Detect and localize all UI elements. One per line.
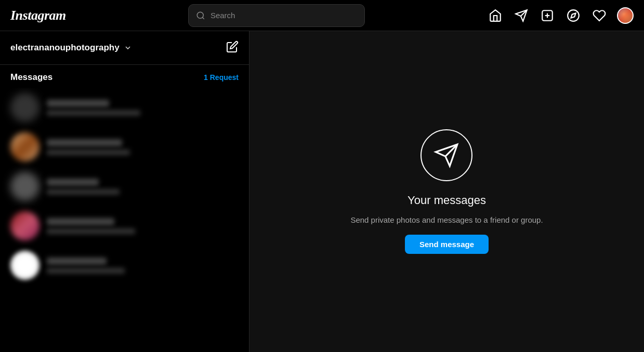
create-icon[interactable] [539, 7, 556, 24]
message-preview [47, 228, 135, 234]
message-text-block [47, 258, 239, 274]
empty-state-title: Your messages [408, 194, 486, 207]
explore-icon[interactable] [565, 7, 582, 24]
empty-state-subtitle: Send private photos and messages to a fr… [350, 215, 543, 224]
empty-state: Your messages Send private photos and me… [350, 129, 543, 254]
message-request-link[interactable]: 1 Request [204, 73, 239, 82]
message-text-block [47, 179, 239, 195]
notifications-icon[interactable] [591, 7, 608, 24]
message-preview [47, 189, 120, 195]
svg-marker-8 [571, 13, 575, 18]
list-item[interactable] [0, 246, 249, 285]
message-text-block [47, 218, 239, 234]
list-item[interactable] [0, 127, 249, 167]
list-item[interactable] [0, 206, 249, 246]
avatar [10, 93, 40, 122]
message-name [47, 218, 114, 225]
chevron-down-icon [124, 44, 132, 52]
sidebar-header: electrananouphotography [0, 31, 249, 65]
messages-label: Messages [10, 72, 52, 83]
main-content: electrananouphotography Messages 1 Reque… [0, 31, 644, 352]
message-name [47, 139, 122, 146]
avatar [10, 172, 40, 201]
direct-icon[interactable] [513, 7, 530, 24]
username-label: electrananouphotography [10, 43, 120, 53]
svg-point-0 [197, 12, 203, 18]
send-message-icon [420, 129, 472, 181]
message-text-block [47, 139, 239, 155]
message-preview [47, 110, 140, 116]
search-icon [196, 11, 205, 20]
instagram-logo: Instagram [10, 8, 66, 23]
home-icon[interactable] [487, 7, 504, 24]
message-preview [47, 150, 130, 155]
search-bar[interactable] [188, 4, 365, 27]
message-list [0, 88, 249, 352]
avatar [10, 251, 40, 280]
messages-header: Messages 1 Request [0, 65, 249, 88]
send-message-button[interactable]: Send message [405, 235, 489, 254]
avatar [10, 132, 40, 161]
main-panel: Your messages Send private photos and me… [249, 31, 644, 352]
list-item[interactable] [0, 167, 249, 206]
message-text-block [47, 100, 239, 116]
svg-point-7 [568, 10, 579, 21]
edit-icon[interactable] [226, 40, 239, 55]
message-name [47, 100, 109, 107]
messages-sidebar: electrananouphotography Messages 1 Reque… [0, 31, 249, 352]
message-preview [47, 268, 125, 274]
list-item[interactable] [0, 88, 249, 127]
search-input[interactable] [211, 11, 357, 20]
svg-line-1 [202, 17, 204, 19]
message-name [47, 258, 107, 265]
user-avatar[interactable] [617, 7, 634, 24]
nav-icons [487, 7, 634, 24]
username-dropdown[interactable]: electrananouphotography [10, 43, 132, 53]
message-name [47, 179, 99, 186]
top-navigation: Instagram [0, 0, 644, 31]
avatar [10, 211, 40, 240]
